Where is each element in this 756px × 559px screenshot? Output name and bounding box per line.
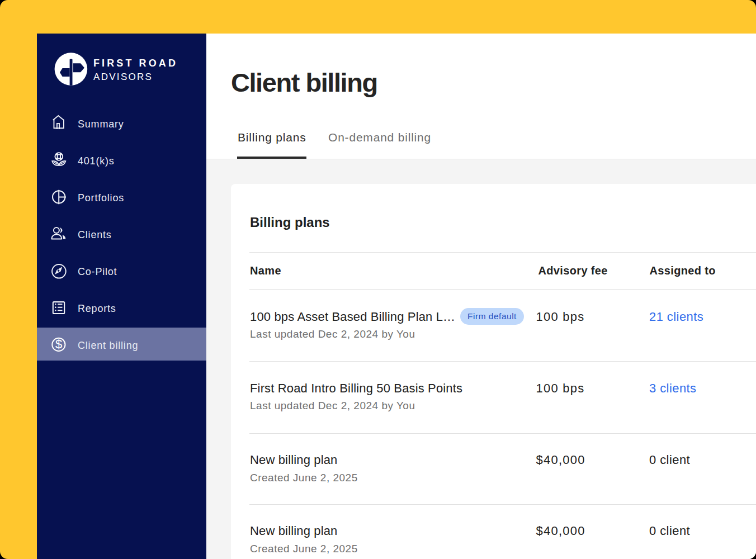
svg-text:$: $ — [55, 337, 62, 351]
